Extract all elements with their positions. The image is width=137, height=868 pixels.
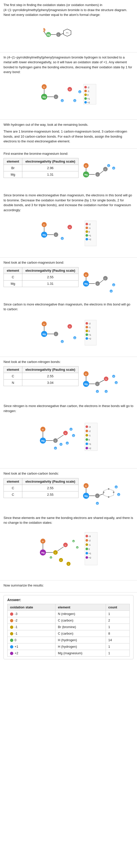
answer-table: oxidation state element count -3N (nitro…: [7, 604, 130, 656]
svg-text:C: C: [55, 333, 57, 336]
svg-text:N: N: [105, 378, 107, 380]
answer-col-element: element: [55, 604, 106, 611]
carbon-n-svg: Mg Br C N H H H H: [81, 366, 121, 402]
table-cell: C: [4, 274, 22, 280]
svg-text:N: N: [65, 432, 66, 434]
answer-state-cell: +1: [7, 644, 55, 650]
table-cell: C: [4, 373, 22, 379]
svg-line-178: [100, 494, 104, 495]
answer-element-cell: C (carbon): [55, 630, 106, 637]
answer-state-cell: -1: [7, 630, 55, 637]
answer-element-cell: Br (bromine): [55, 624, 106, 630]
bromine-table-header: First examine the bromine-magnesium bond…: [3, 151, 134, 156]
svg-line-199: [57, 547, 63, 551]
bromine-mg-content: element electronegativity (Pauling scale…: [3, 158, 134, 191]
answer-col-count: count: [106, 604, 130, 611]
svg-text:H: H: [55, 447, 56, 450]
carbon-c-table: element electronegativity (Pauling scale…: [3, 478, 79, 498]
svg-text:Br: Br: [85, 274, 87, 276]
answer-count-cell: 1: [106, 644, 130, 650]
svg-text:+1: +1: [89, 334, 91, 336]
col-element: element: [4, 267, 22, 274]
svg-text:H: H: [108, 165, 109, 167]
table-cell: Br: [4, 165, 22, 172]
carbon-n-after-mol: Mg Br C N H H H H H -3 -2: [3, 415, 134, 466]
svg-point-28: [84, 86, 87, 89]
svg-point-180: [113, 492, 115, 493]
table-cell: Mg: [4, 172, 22, 178]
svg-point-112: [86, 334, 88, 336]
svg-line-145: [57, 435, 63, 439]
summary-section: Now summarize the results:: [0, 581, 137, 593]
svg-point-74: [86, 238, 88, 241]
carbon-mg-after-mol: Mg Br C N H H -2 -1 0 +1 +2: [3, 314, 134, 354]
molecule-svg-2: Mg Br C N H H H -2 -1 0: [40, 76, 97, 117]
svg-point-70: [86, 230, 88, 233]
svg-text:H: H: [113, 284, 114, 286]
svg-text:H: H: [60, 444, 61, 445]
col-en-header: electronegativity (Pauling scale): [22, 158, 79, 165]
svg-text:N: N: [69, 226, 71, 228]
answer-state-cell: -3: [7, 611, 55, 617]
svg-text:+1: +1: [89, 443, 91, 445]
svg-point-110: [86, 330, 88, 332]
carbon-n-header: Next look at the carbon-nitrogen bonds:: [3, 360, 134, 365]
carbon-mg-svg: Mg C C Br H H: [81, 267, 121, 300]
svg-text:H: H: [74, 100, 75, 102]
svg-text:-2: -2: [89, 539, 91, 542]
table-cell: Mg: [4, 280, 22, 287]
svg-text:Mg: Mg: [84, 495, 88, 497]
svg-text:+2: +2: [89, 557, 91, 559]
answer-state-cell: -1: [7, 624, 55, 630]
carbon-c-content: element electronegativity (Pauling scale…: [3, 478, 134, 514]
answer-box: Answer: oxidation state element count -3…: [3, 595, 134, 659]
svg-text:+1: +1: [89, 552, 91, 555]
svg-text:H: H: [73, 540, 74, 542]
svg-text:Mg: Mg: [84, 174, 88, 176]
svg-point-106: [86, 322, 88, 324]
svg-point-165: [86, 442, 88, 445]
answer-element-cell: C (carbon): [55, 617, 106, 624]
molecule-diagram-2: Mg Br C N H H H -2 -1 0: [3, 76, 134, 117]
svg-line-7: [61, 33, 63, 34]
svg-text:-1: -1: [87, 90, 89, 93]
answer-row: +1H (hydrogen)1: [7, 644, 130, 650]
svg-line-126: [99, 380, 104, 382]
svg-text:H: H: [110, 290, 112, 292]
svg-point-163: [86, 438, 88, 441]
svg-text:Mg: Mg: [41, 552, 45, 554]
bonds-desc: There are 1 bromine-magnesium bond, 1 ca…: [3, 129, 134, 144]
svg-text:C: C: [60, 559, 61, 561]
svg-text:N: N: [69, 326, 71, 328]
answer-count-cell: 1: [106, 611, 130, 617]
svg-text:Ph: Ph: [66, 32, 68, 34]
svg-point-159: [86, 430, 88, 432]
answer-row: -1Br (bromine)1: [7, 624, 130, 630]
svg-point-213: [86, 539, 88, 541]
svg-text:H: H: [116, 382, 117, 384]
svg-line-43: [100, 170, 104, 174]
answer-element-cell: N (nitrogen): [55, 611, 106, 617]
svg-text:-3: -3: [89, 426, 91, 428]
table-cell: 1.31: [22, 172, 79, 178]
bromine-after-mol: Mg Br C N H -2 -1 0 +1 +2: [3, 215, 134, 255]
answer-count-cell: 14: [106, 637, 130, 644]
answer-state-cell: -2: [7, 617, 55, 624]
svg-point-219: [86, 552, 88, 555]
svg-point-36: [84, 101, 87, 103]
table-cell: 2.55: [22, 274, 79, 280]
svg-point-68: [86, 226, 88, 229]
carbon-n-after-svg: Mg Br C N H H H H H -3 -2: [38, 415, 99, 466]
carbon-c-conclusion: Since these elements are the same the bo…: [3, 516, 134, 525]
svg-text:C: C: [55, 440, 56, 442]
carbon-n-conclusion: Since nitrogen is more electronegative t…: [3, 403, 134, 413]
answer-row: 0H (hydrogen)14: [7, 637, 130, 644]
svg-text:Mg: Mg: [43, 333, 46, 336]
svg-text:C: C: [97, 174, 98, 176]
svg-text:H: H: [61, 100, 63, 102]
hydrogen-section: In (4−(1−pyrrolidinylmethyl)phenyl)magne…: [0, 53, 137, 120]
svg-text:C: C: [97, 283, 98, 285]
svg-text:0: 0: [89, 330, 90, 333]
svg-text:-1: -1: [89, 326, 91, 329]
svg-point-181: [108, 496, 109, 498]
